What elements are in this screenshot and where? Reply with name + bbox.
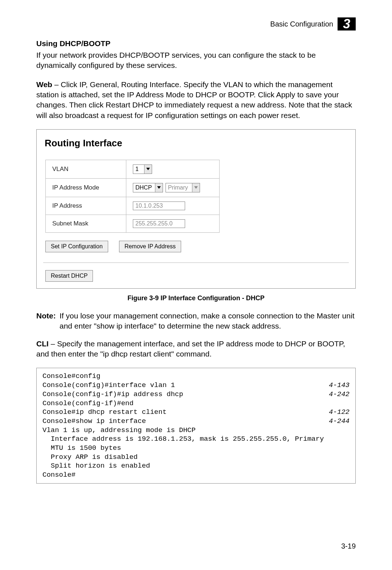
set-ip-configuration-button[interactable]: Set IP Configuration [45,241,108,252]
intro-paragraph: If your network provides DHCP/BOOTP serv… [36,50,356,71]
cli-line: Console#config [42,372,101,381]
vlan-select[interactable]: 1 [133,164,152,174]
cli-ref: 4-122 [329,408,350,417]
page-header: Basic Configuration 3 [270,17,356,30]
cli-line: Proxy ARP is disabled [42,453,138,462]
ip-address-input[interactable] [133,201,185,210]
section-heading: Using DHCP/BOOTP [36,39,356,48]
cli-line: Console# [42,471,75,480]
vlan-label: VLAN [46,160,126,179]
chevron-down-icon [144,165,152,174]
remove-ip-address-button[interactable]: Remove IP Address [119,241,181,252]
cli-line: Console(config)#interface vlan 1 [42,381,175,390]
mode-select[interactable]: DHCP [133,183,163,192]
cli-line: Console#show ip interface [42,417,146,426]
config-form-table: VLAN 1 IP Address Mode DH [45,160,220,233]
svg-marker-1 [157,186,161,189]
row-subnet-mask: Subnet Mask [46,215,220,233]
cli-line: Interface address is 192.168.1.253, mask… [42,435,324,444]
note-block: Note: If you lose your management connec… [36,311,356,331]
row-vlan: VLAN 1 [46,160,220,179]
chevron-down-icon [192,183,200,192]
vlan-select-value: 1 [133,165,144,174]
cli-paragraph: CLI – Specify the management interface, … [36,339,356,359]
cli-line: Console#ip dhcp restart client [42,408,167,417]
web-paragraph: Web – Click IP, General, Routing Interfa… [36,80,356,121]
note-body: If you lose your management connection, … [60,311,356,331]
ip-label: IP Address [46,197,126,215]
mode-type-value: Primary [166,183,192,192]
web-body: – Click IP, General, Routing Interface. … [36,80,352,119]
subnet-mask-input[interactable] [133,219,185,228]
cli-line: Console(config-if)#ip address dhcp [42,390,183,399]
panel-title: Routing Interface [45,138,349,149]
mode-label: IP Address Mode [46,179,126,197]
mode-type-select: Primary [166,183,200,192]
cli-ref: 4-244 [329,417,350,426]
chevron-down-icon [155,183,163,192]
mask-label: Subnet Mask [46,215,126,233]
note-label: Note: [36,311,60,331]
cli-line: Console(config-if)#end [42,399,134,408]
svg-marker-2 [194,186,198,189]
mode-select-value: DHCP [133,183,155,192]
divider [43,262,349,263]
chapter-number-badge: 3 [338,17,356,30]
cli-output-block: Console#configConsole(config)#interface … [36,368,356,483]
web-label: Web [36,80,52,89]
restart-dhcp-button[interactable]: Restart DHCP [45,270,93,282]
svg-marker-0 [146,168,150,170]
cli-line: MTU is 1500 bytes [42,444,121,453]
cli-body: – Specify the management interface, and … [36,339,345,358]
page-number: 3-19 [341,542,356,550]
row-ip-address: IP Address [46,197,220,215]
routing-interface-figure: Routing Interface VLAN 1 IP Address [36,129,356,289]
cli-ref: 4-242 [329,390,350,399]
cli-line: Vlan 1 is up, addressing mode is DHCP [42,426,196,435]
figure-caption: Figure 3-9 IP Interface Configuration - … [36,294,356,302]
cli-ref: 4-143 [329,381,350,390]
header-section-name: Basic Configuration [270,20,333,28]
row-ip-address-mode: IP Address Mode DHCP Primary [46,179,220,197]
cli-label: CLI [36,339,49,348]
cli-line: Split horizon is enabled [42,461,150,471]
